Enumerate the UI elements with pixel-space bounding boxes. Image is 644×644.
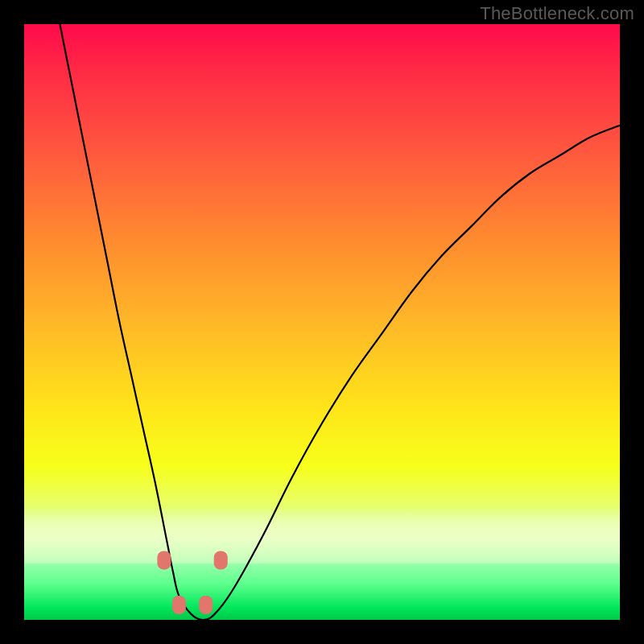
plot-area xyxy=(24,24,620,620)
marker-left-lower xyxy=(172,597,185,614)
marker-right-upper xyxy=(214,551,227,569)
chart-frame: TheBottleneck.com xyxy=(0,0,644,644)
bottleneck-curve xyxy=(60,24,620,620)
marker-left-upper xyxy=(158,551,171,569)
marker-right-lower xyxy=(200,597,213,614)
curve-svg xyxy=(24,24,620,620)
watermark-text: TheBottleneck.com xyxy=(480,3,634,24)
curve-markers xyxy=(158,551,227,614)
